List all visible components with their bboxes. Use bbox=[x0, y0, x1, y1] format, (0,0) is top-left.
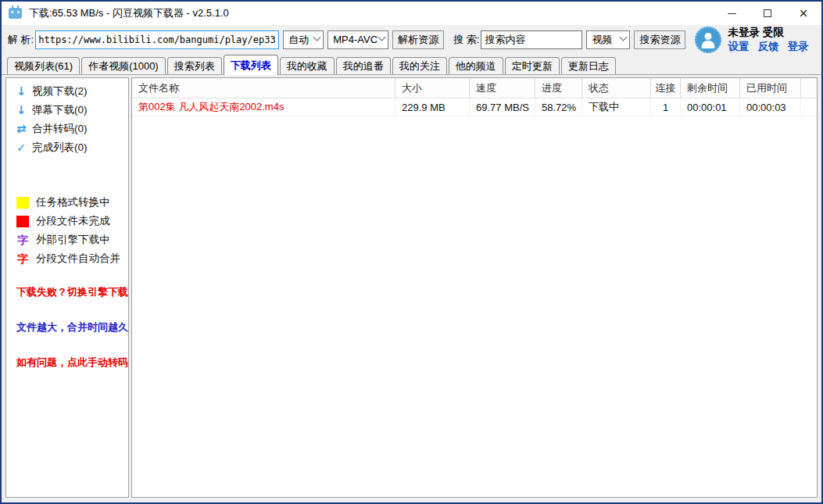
cell-size: 229.9 MB bbox=[395, 98, 470, 116]
tab-bar: 视频列表(61) 作者视频(1000) 搜索列表 下载列表 我的收藏 我的追番 … bbox=[2, 54, 821, 75]
column-header-connections[interactable]: 连接 bbox=[651, 78, 681, 98]
avatar[interactable] bbox=[695, 27, 721, 53]
format-select[interactable]: MP4-AVC bbox=[327, 30, 388, 49]
legend-item-converting: 任务格式转换中 bbox=[6, 193, 128, 212]
user-icon bbox=[705, 33, 712, 40]
table-header: 文件名称 大小 速度 进度 状态 连接 剩余时间 已用时间 bbox=[132, 78, 817, 98]
download-table-panel: 文件名称 大小 速度 进度 状态 连接 剩余时间 已用时间 第002集 凡人风起… bbox=[131, 77, 818, 498]
sidebar-item-video-download[interactable]: ↓ 视频下载(2) bbox=[6, 82, 128, 101]
tab-following[interactable]: 我的关注 bbox=[392, 57, 447, 74]
parse-label: 解 析: bbox=[8, 33, 34, 47]
column-header-status[interactable]: 状态 bbox=[582, 78, 651, 98]
tab-video-list[interactable]: 视频列表(61) bbox=[7, 57, 80, 74]
check-icon: ✓ bbox=[16, 141, 32, 155]
tab-bangumi[interactable]: 我的追番 bbox=[336, 57, 391, 74]
search-label: 搜 索: bbox=[453, 33, 479, 47]
quality-select[interactable]: 自动 bbox=[283, 30, 324, 49]
column-header-progress[interactable]: 进度 bbox=[535, 78, 582, 98]
maximize-button[interactable] bbox=[750, 2, 785, 25]
app-window: 下载:65.53 MB/s - 闪豆视频下载器 - v2.5.1.0 × 解 析… bbox=[0, 0, 823, 504]
search-type-select-value: 视频 bbox=[592, 33, 612, 47]
title-bar: 下载:65.53 MB/s - 闪豆视频下载器 - v2.5.1.0 × bbox=[2, 2, 821, 25]
toolbar: 解 析: 自动 MP4-AVC 解析资源 搜 索: 视频 搜索资源 未登录 受限… bbox=[2, 25, 821, 54]
cell-progress: 58.72% bbox=[535, 98, 582, 116]
download-arrow-icon: ↓ bbox=[16, 84, 32, 98]
quality-select-value: 自动 bbox=[288, 33, 309, 47]
chevron-down-icon bbox=[313, 34, 321, 41]
search-input[interactable] bbox=[481, 30, 582, 49]
close-icon: × bbox=[799, 8, 809, 20]
column-header-speed[interactable]: 速度 bbox=[470, 78, 535, 98]
table-row[interactable]: 第002集 凡人风起天南2002.m4s 229.9 MB 69.77 MB/S… bbox=[132, 98, 817, 116]
tab-scheduled-update[interactable]: 定时更新 bbox=[505, 57, 560, 74]
chevron-down-icon bbox=[620, 34, 628, 41]
minimize-button[interactable] bbox=[714, 2, 750, 25]
tab-changelog[interactable]: 更新日志 bbox=[561, 57, 616, 74]
column-header-elapsed[interactable]: 已用时间 bbox=[740, 78, 801, 98]
maximize-icon bbox=[764, 9, 771, 17]
column-header-filename[interactable]: 文件名称 bbox=[132, 78, 395, 98]
yellow-swatch-icon bbox=[16, 197, 29, 209]
app-tv-icon bbox=[9, 8, 22, 19]
feedback-link[interactable]: 反馈 bbox=[757, 41, 778, 53]
transcode-swap-icon: ⇄ bbox=[16, 122, 32, 136]
parse-resource-button[interactable]: 解析资源 bbox=[392, 30, 444, 49]
sidebar-tips: 下载失败？切换引擎下载 文件越大，合并时间越久 如有问题，点此手动转码 bbox=[6, 285, 128, 370]
url-input[interactable] bbox=[35, 30, 279, 49]
close-button[interactable]: × bbox=[785, 2, 821, 25]
column-header-remaining[interactable]: 剩余时间 bbox=[681, 78, 740, 98]
login-link[interactable]: 登录 bbox=[787, 41, 808, 53]
red-swatch-icon bbox=[16, 216, 29, 227]
tab-channel[interactable]: 他的频道 bbox=[449, 57, 503, 74]
tab-favorites[interactable]: 我的收藏 bbox=[280, 57, 335, 74]
login-status: 未登录 受限 bbox=[728, 27, 808, 39]
legend-item-auto-merge: 字 分段文件自动合并 bbox=[6, 249, 128, 268]
download-arrow-icon: ↓ bbox=[16, 103, 32, 117]
sidebar-item-merge-transcode[interactable]: ⇄ 合并转码(0) bbox=[6, 120, 128, 138]
search-resource-button[interactable]: 搜索资源 bbox=[634, 30, 685, 49]
legend-item-external-engine: 字 外部引擎下载中 bbox=[6, 231, 128, 249]
column-header-size[interactable]: 大小 bbox=[395, 78, 470, 98]
minimize-icon bbox=[728, 13, 736, 14]
window-title: 下载:65.53 MB/s - 闪豆视频下载器 - v2.5.1.0 bbox=[29, 6, 229, 20]
char-glyph-icon: 字 bbox=[16, 234, 29, 245]
cell-filename: 第002集 凡人风起天南2002.m4s bbox=[132, 98, 395, 116]
legend-item-segment-incomplete: 分段文件未完成 bbox=[6, 212, 128, 231]
format-select-value: MP4-AVC bbox=[333, 34, 378, 45]
account-area: 未登录 受限 设置 反馈 登录 bbox=[728, 27, 808, 53]
tab-search-list[interactable]: 搜索列表 bbox=[167, 57, 222, 74]
content-area: ↓ 视频下载(2) ↓ 弹幕下载(0) ⇄ 合并转码(0) ✓ 完成列表(0) … bbox=[2, 75, 821, 502]
cell-status: 下载中 bbox=[582, 98, 651, 116]
char-glyph-icon: 字 bbox=[16, 253, 29, 264]
cell-connections: 1 bbox=[651, 98, 681, 116]
search-type-select[interactable]: 视频 bbox=[586, 30, 630, 49]
tip-merge-time: 文件越大，合并时间越久 bbox=[16, 320, 128, 334]
tip-manual-transcode[interactable]: 如有问题，点此手动转码 bbox=[16, 356, 128, 370]
sidebar: ↓ 视频下载(2) ↓ 弹幕下载(0) ⇄ 合并转码(0) ✓ 完成列表(0) … bbox=[5, 77, 129, 498]
tab-author-videos[interactable]: 作者视频(1000) bbox=[81, 57, 166, 74]
status-legend: 任务格式转换中 分段文件未完成 字 外部引擎下载中 字 分段文件自动合并 bbox=[6, 193, 128, 268]
sidebar-item-completed-list[interactable]: ✓ 完成列表(0) bbox=[6, 138, 128, 157]
cell-elapsed: 00:00:03 bbox=[740, 98, 801, 116]
settings-link[interactable]: 设置 bbox=[728, 41, 749, 53]
tip-switch-engine[interactable]: 下载失败？切换引擎下载 bbox=[16, 285, 128, 299]
tab-download-list[interactable]: 下载列表 bbox=[224, 55, 278, 75]
cell-remaining: 00:00:01 bbox=[681, 98, 740, 116]
sidebar-item-danmaku-download[interactable]: ↓ 弹幕下载(0) bbox=[6, 101, 128, 120]
window-controls: × bbox=[714, 2, 821, 25]
cell-speed: 69.77 MB/S bbox=[470, 98, 535, 116]
chevron-down-icon bbox=[378, 34, 386, 41]
